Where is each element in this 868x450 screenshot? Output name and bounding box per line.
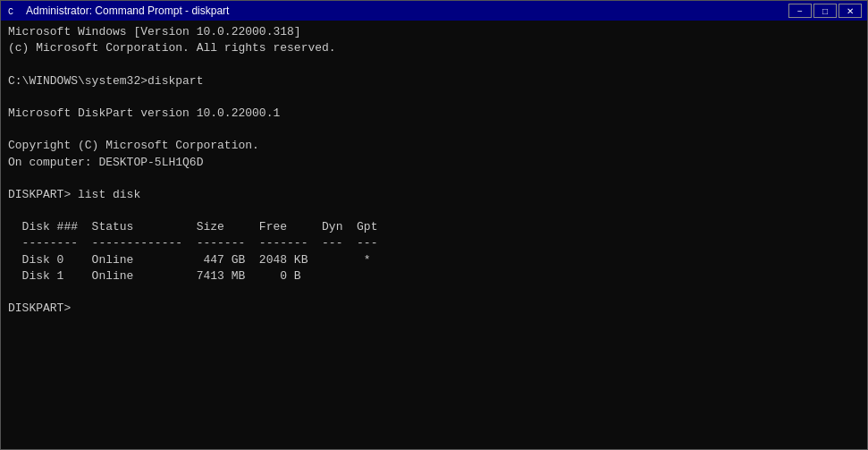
terminal-line — [8, 56, 860, 72]
titlebar-title: Administrator: Command Prompt - diskpart — [26, 4, 229, 17]
terminal-line: Disk ### Status Size Free Dyn Gpt — [8, 219, 860, 235]
terminal-line: (c) Microsoft Corporation. All rights re… — [8, 40, 860, 56]
close-button[interactable]: ✕ — [839, 4, 862, 18]
titlebar-left: C Administrator: Command Prompt - diskpa… — [6, 4, 229, 18]
titlebar-buttons: − □ ✕ — [788, 4, 862, 18]
terminal-line — [8, 284, 860, 301]
terminal-line — [8, 122, 860, 138]
terminal-line: Disk 1 Online 7413 MB 0 B — [8, 268, 860, 284]
terminal-line: Microsoft Windows [Version 10.0.22000.31… — [8, 24, 860, 40]
terminal-line — [8, 89, 860, 106]
maximize-button[interactable]: □ — [813, 4, 837, 18]
minimize-button[interactable]: − — [788, 4, 812, 18]
terminal-line: DISKPART> list disk — [8, 187, 860, 203]
terminal-line: DISKPART> — [8, 301, 860, 317]
terminal-line — [8, 171, 860, 187]
titlebar: C Administrator: Command Prompt - diskpa… — [1, 1, 867, 21]
terminal-line: -------- ------------- ------- ------- -… — [8, 235, 860, 251]
cmd-window: C Administrator: Command Prompt - diskpa… — [0, 0, 868, 450]
terminal-area[interactable]: Microsoft Windows [Version 10.0.22000.31… — [1, 21, 867, 449]
svg-text:C: C — [8, 7, 13, 17]
terminal-line: Disk 0 Online 447 GB 2048 KB * — [8, 252, 860, 268]
terminal-line — [8, 203, 860, 219]
cmd-icon: C — [6, 4, 21, 18]
terminal-line: On computer: DESKTOP-5LH1Q6D — [8, 155, 860, 171]
terminal-line: Microsoft DiskPart version 10.0.22000.1 — [8, 106, 860, 122]
terminal-line: C:\WINDOWS\system32>diskpart — [8, 73, 860, 89]
terminal-line: Copyright (C) Microsoft Corporation. — [8, 138, 860, 154]
